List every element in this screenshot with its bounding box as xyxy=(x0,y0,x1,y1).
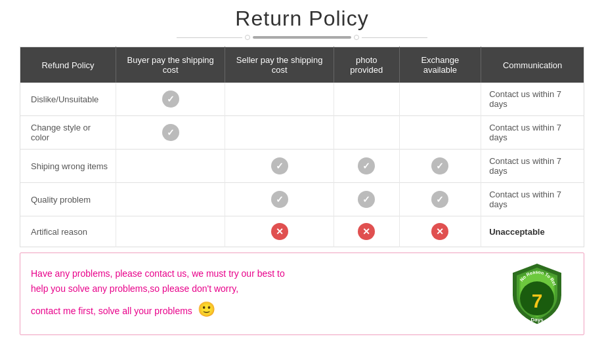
cell-photo: ✕ xyxy=(334,216,399,247)
cell-policy: Quality problem xyxy=(20,183,116,216)
x-icon: ✕ xyxy=(431,223,448,240)
cell-policy: Dislike/Unsuitable xyxy=(20,83,116,116)
cell-buyer: ✓ xyxy=(116,83,225,116)
check-icon: ✓ xyxy=(162,91,179,108)
bottom-line3: contact me first, solve all your problem… xyxy=(31,306,192,316)
bottom-section: Have any problems, please contact us, we… xyxy=(20,253,584,335)
cell-communication: Contact us within 7 days xyxy=(481,83,584,116)
cell-exchange xyxy=(399,83,481,116)
cell-exchange: ✕ xyxy=(399,216,481,247)
cell-communication: Contact us within 7 days xyxy=(481,116,584,150)
shield-icon: 7 No Reason To Return Days xyxy=(507,261,567,327)
bottom-line2: help you solve any problems,so please do… xyxy=(31,283,238,294)
cell-seller: ✓ xyxy=(225,183,334,216)
col-header-exchange: Exchange available xyxy=(399,47,481,83)
cell-seller xyxy=(225,83,334,116)
bottom-line1: Have any problems, please contact us, we… xyxy=(31,268,285,279)
cell-communication: Contact us within 7 days xyxy=(481,150,584,183)
col-header-communication: Communication xyxy=(481,47,584,83)
table-header-row: Refund Policy Buyer pay the shipping cos… xyxy=(20,47,584,83)
col-header-policy: Refund Policy xyxy=(20,47,116,83)
cell-photo: ✓ xyxy=(334,183,399,216)
check-icon: ✓ xyxy=(431,191,448,208)
table-row: Shiping wrong items✓✓✓Contact us within … xyxy=(20,150,584,183)
svg-text:Days: Days xyxy=(530,317,544,323)
divider-circle-left xyxy=(245,35,250,40)
check-icon: ✓ xyxy=(162,124,179,141)
check-icon: ✓ xyxy=(431,157,448,174)
check-icon: ✓ xyxy=(358,191,375,208)
cell-policy: Shiping wrong items xyxy=(20,150,116,183)
cell-exchange: ✓ xyxy=(399,150,481,183)
cell-policy: Change style or color xyxy=(20,116,116,150)
bottom-text: Have any problems, please contact us, we… xyxy=(31,266,501,322)
check-icon: ✓ xyxy=(271,191,288,208)
cell-exchange xyxy=(399,116,481,150)
cell-communication: Contact us within 7 days xyxy=(481,183,584,216)
table-row: Change style or color✓Contact us within … xyxy=(20,116,584,150)
page-container: Return Policy Refund Policy Buyer pay th… xyxy=(0,0,604,342)
divider-circle-right xyxy=(354,35,359,40)
table-row: Quality problem✓✓✓Contact us within 7 da… xyxy=(20,183,584,216)
cell-seller: ✓ xyxy=(225,150,334,183)
cell-policy: Artifical reason xyxy=(20,216,116,247)
cell-exchange: ✓ xyxy=(399,183,481,216)
cell-communication: Unacceptable xyxy=(481,216,584,247)
cell-buyer: ✓ xyxy=(116,116,225,150)
x-icon: ✕ xyxy=(358,223,375,240)
cell-photo xyxy=(334,116,399,150)
cell-seller xyxy=(225,116,334,150)
divider-line-right xyxy=(362,37,427,38)
x-icon: ✕ xyxy=(271,223,288,240)
cell-buyer xyxy=(116,183,225,216)
cell-seller: ✕ xyxy=(225,216,334,247)
title-section: Return Policy xyxy=(20,7,584,40)
check-icon: ✓ xyxy=(271,157,288,174)
cell-photo: ✓ xyxy=(334,150,399,183)
cell-photo xyxy=(334,83,399,116)
table-row: Dislike/Unsuitable✓Contact us within 7 d… xyxy=(20,83,584,116)
shield-container: 7 No Reason To Return Days xyxy=(501,261,573,327)
col-header-buyer: Buyer pay the shipping cost xyxy=(116,47,225,83)
title-divider xyxy=(164,35,440,40)
col-header-seller: Seller pay the shipping cost xyxy=(225,47,334,83)
check-icon: ✓ xyxy=(358,157,375,174)
col-header-photo: photo provided xyxy=(334,47,399,83)
cell-buyer xyxy=(116,150,225,183)
policy-table: Refund Policy Buyer pay the shipping cos… xyxy=(20,47,584,247)
divider-line-left xyxy=(177,37,242,38)
smiley-icon: 🙂 xyxy=(198,297,215,321)
svg-text:7: 7 xyxy=(532,290,543,312)
unacceptable-label: Unacceptable xyxy=(489,227,545,237)
page-title: Return Policy xyxy=(20,7,584,31)
table-row: Artifical reason✕✕✕Unacceptable xyxy=(20,216,584,247)
cell-buyer xyxy=(116,216,225,247)
divider-rect xyxy=(253,36,351,39)
